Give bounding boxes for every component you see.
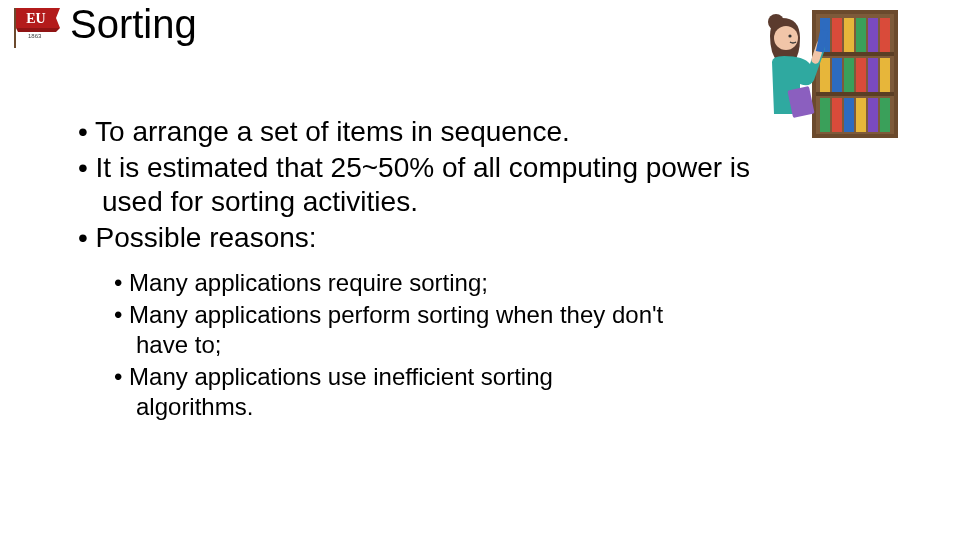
logo-year: 1863 [28,33,42,39]
svg-rect-14 [856,58,866,92]
svg-rect-7 [844,18,854,52]
svg-rect-11 [820,58,830,92]
slide-content: To arrange a set of items in sequence. I… [78,115,798,424]
svg-point-25 [788,34,791,37]
svg-rect-13 [844,58,854,92]
svg-rect-9 [868,18,878,52]
subbullet-2: Many applications perform sorting when t… [114,300,674,360]
subbullet-1: Many applications require sorting; [114,268,674,298]
svg-point-24 [774,26,798,50]
svg-rect-21 [868,98,878,132]
svg-rect-12 [832,58,842,92]
svg-rect-8 [856,18,866,52]
sub-bullets: Many applications require sorting; Many … [114,268,674,422]
svg-rect-15 [868,58,878,92]
svg-rect-17 [820,98,830,132]
svg-rect-19 [844,98,854,132]
bullet-3: Possible reasons: [78,221,798,255]
logo-text: EU [26,11,45,26]
subbullet-3: Many applications use inefficient sortin… [114,362,674,422]
svg-rect-0 [14,8,16,48]
svg-rect-20 [856,98,866,132]
svg-rect-18 [832,98,842,132]
slide-title: Sorting [70,2,197,47]
eu-logo: EU 1863 [6,6,62,48]
svg-rect-22 [880,98,890,132]
svg-rect-6 [832,18,842,52]
svg-rect-3 [816,52,894,56]
svg-rect-4 [816,92,894,96]
svg-rect-16 [880,58,890,92]
bullet-2: It is estimated that 25~50% of all compu… [78,151,798,219]
svg-rect-10 [880,18,890,52]
bullet-1: To arrange a set of items in sequence. [78,115,798,149]
